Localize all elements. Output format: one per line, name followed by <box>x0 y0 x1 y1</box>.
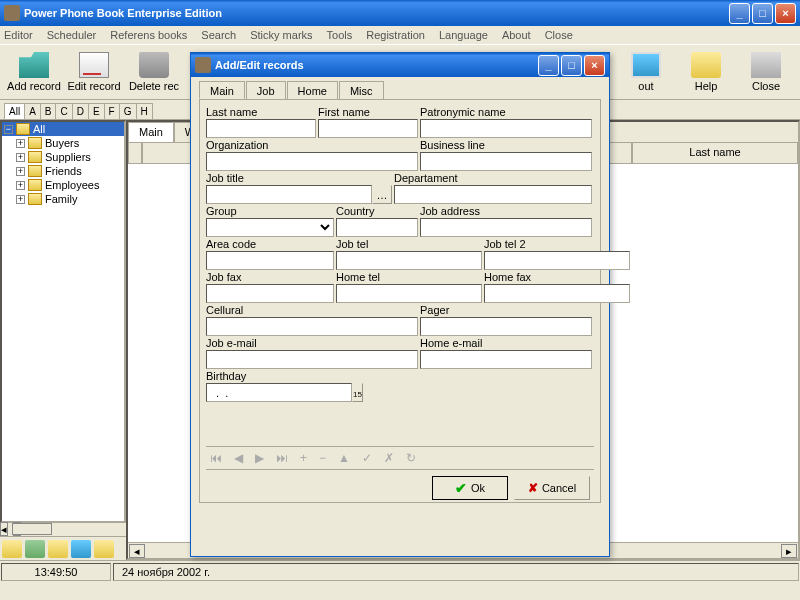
nav-edit-icon[interactable]: ▲ <box>338 451 350 465</box>
expand-icon[interactable]: + <box>16 167 25 176</box>
areacode-field[interactable] <box>206 251 334 270</box>
jobaddress-field[interactable] <box>420 218 592 237</box>
tree-employees[interactable]: +Employees <box>2 178 124 192</box>
dialog-tab-job[interactable]: Job <box>246 81 286 99</box>
country-field[interactable] <box>336 218 418 237</box>
jobtitle-field[interactable] <box>206 185 372 204</box>
homeemail-label: Home e-mail <box>420 337 592 349</box>
nav-prev-icon[interactable]: ◀ <box>234 451 243 465</box>
check-icon: ✔ <box>455 480 467 496</box>
add-record-button[interactable]: Add record <box>4 47 64 97</box>
computer-icon <box>751 52 781 78</box>
tree-scrollbar[interactable]: ◂ ▸ <box>0 523 126 536</box>
shortcut-icon[interactable] <box>94 540 114 558</box>
dialog-minimize-button[interactable]: _ <box>538 55 559 76</box>
homefax-field[interactable] <box>484 284 630 303</box>
nav-next-icon[interactable]: ▶ <box>255 451 264 465</box>
expand-icon[interactable]: − <box>4 125 13 134</box>
dialog-tab-home[interactable]: Home <box>287 81 338 99</box>
dialog-close-button[interactable]: × <box>584 55 605 76</box>
close-button[interactable]: Close <box>736 47 796 97</box>
cellural-field[interactable] <box>206 317 418 336</box>
tree-buyers[interactable]: +Buyers <box>2 136 124 150</box>
expand-icon[interactable]: + <box>16 195 25 204</box>
menu-language[interactable]: Language <box>439 29 488 41</box>
nav-delete-icon[interactable]: − <box>319 451 326 465</box>
scroll-left-icon[interactable]: ◂ <box>0 522 8 536</box>
menu-scheduler[interactable]: Scheduler <box>47 29 97 41</box>
scroll-left-icon[interactable]: ◂ <box>129 544 145 558</box>
about-button[interactable]: out <box>616 47 676 97</box>
birthday-field[interactable] <box>206 383 352 402</box>
expand-icon[interactable]: + <box>16 139 25 148</box>
jobtitle-browse-button[interactable]: … <box>372 185 392 204</box>
edit-record-button[interactable]: Edit record <box>64 47 124 97</box>
scroll-right-icon[interactable]: ▸ <box>781 544 797 558</box>
dialog-tab-misc[interactable]: Misc <box>339 81 384 99</box>
organization-field[interactable] <box>206 152 418 171</box>
menu-search[interactable]: Search <box>201 29 236 41</box>
menu-registration[interactable]: Registration <box>366 29 425 41</box>
delete-record-button[interactable]: Delete rec <box>124 47 184 97</box>
menu-referens[interactable]: Referens books <box>110 29 187 41</box>
lastname-field[interactable] <box>206 119 316 138</box>
nav-first-icon[interactable]: ⏮ <box>210 451 222 465</box>
departament-field[interactable] <box>394 185 592 204</box>
menu-tools[interactable]: Tools <box>327 29 353 41</box>
tree-family[interactable]: +Family <box>2 192 124 206</box>
shortcut-icon[interactable] <box>2 540 22 558</box>
dialog-tab-main[interactable]: Main <box>199 81 245 99</box>
folder-icon <box>28 193 42 205</box>
menu-sticky[interactable]: Sticky marks <box>250 29 312 41</box>
jobemail-field[interactable] <box>206 350 418 369</box>
hometel-field[interactable] <box>336 284 482 303</box>
tab-g[interactable]: G <box>119 103 137 119</box>
dialog-maximize-button[interactable]: □ <box>561 55 582 76</box>
firstname-field[interactable] <box>318 119 418 138</box>
group-select[interactable] <box>206 218 334 237</box>
tab-f[interactable]: F <box>104 103 120 119</box>
menu-about[interactable]: About <box>502 29 531 41</box>
tree-friends[interactable]: +Friends <box>2 164 124 178</box>
grid-tab-main[interactable]: Main <box>128 122 174 142</box>
businessline-field[interactable] <box>420 152 592 171</box>
homeemail-field[interactable] <box>420 350 592 369</box>
tab-d[interactable]: D <box>72 103 89 119</box>
minimize-button[interactable]: _ <box>729 3 750 24</box>
nav-last-icon[interactable]: ⏭ <box>276 451 288 465</box>
tab-b[interactable]: B <box>40 103 57 119</box>
cancel-button[interactable]: ✘Cancel <box>514 476 590 500</box>
tab-h[interactable]: H <box>136 103 153 119</box>
help-button[interactable]: Help <box>676 47 736 97</box>
expand-icon[interactable]: + <box>16 153 25 162</box>
nav-post-icon[interactable]: ✓ <box>362 451 372 465</box>
jobtel-field[interactable] <box>336 251 482 270</box>
tree-suppliers[interactable]: +Suppliers <box>2 150 124 164</box>
scroll-thumb[interactable] <box>12 523 52 535</box>
pager-field[interactable] <box>420 317 592 336</box>
help-icon <box>691 52 721 78</box>
jobfax-label: Job fax <box>206 271 334 283</box>
shortcut-icon[interactable] <box>71 540 91 558</box>
nav-cancel-icon[interactable]: ✗ <box>384 451 394 465</box>
shortcut-icon[interactable] <box>48 540 68 558</box>
tab-all[interactable]: All <box>4 103 25 119</box>
patronymic-field[interactable] <box>420 119 592 138</box>
nav-add-icon[interactable]: + <box>300 451 307 465</box>
close-window-button[interactable]: × <box>775 3 796 24</box>
menu-editor[interactable]: Editor <box>4 29 33 41</box>
tab-c[interactable]: C <box>55 103 72 119</box>
tab-e[interactable]: E <box>88 103 105 119</box>
ok-button[interactable]: ✔Ok <box>432 476 508 500</box>
birthday-calendar-button[interactable]: 15 <box>352 383 363 402</box>
tree-root[interactable]: − All <box>2 122 124 136</box>
maximize-button[interactable]: □ <box>752 3 773 24</box>
menu-close[interactable]: Close <box>545 29 573 41</box>
jobfax-field[interactable] <box>206 284 334 303</box>
jobtel2-field[interactable] <box>484 251 630 270</box>
col-lastname[interactable]: Last name <box>632 142 798 164</box>
nav-refresh-icon[interactable]: ↻ <box>406 451 416 465</box>
shortcut-icon[interactable] <box>25 540 45 558</box>
tab-a[interactable]: A <box>24 103 41 119</box>
expand-icon[interactable]: + <box>16 181 25 190</box>
